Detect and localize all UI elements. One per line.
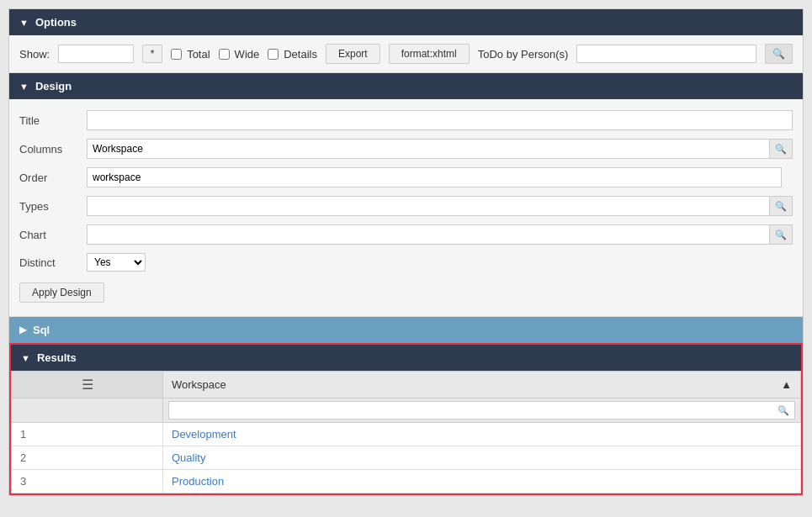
chart-input[interactable] [87,224,770,245]
chart-row: Chart 🔍 [9,220,803,249]
columns-search-icon[interactable]: 🔍 [770,139,793,159]
types-search-icon[interactable]: 🔍 [770,196,793,216]
design-body: Title Columns 🔍 Order Types 🔍 [9,99,803,317]
workspace-search-wrapper: 🔍 [168,401,795,419]
chart-label: Chart [19,229,87,241]
results-header-row: ☰ Workspace ▲ [12,372,801,398]
distinct-row: Distinct Yes No [9,249,803,276]
sql-header-label: Sql [33,324,50,336]
format-button[interactable]: format:xhtml [389,44,470,64]
columns-field-wrapper: 🔍 [87,139,793,159]
apply-design-button[interactable]: Apply Design [19,282,104,303]
results-tbody: 1Development2Quality3Production [12,423,801,493]
columns-label: Columns [19,143,87,156]
results-section-header[interactable]: ▼ Results [11,345,801,371]
workspace-cell[interactable]: Production [163,470,801,493]
types-row: Types 🔍 [9,192,803,220]
wide-label: Wide [235,48,260,61]
order-label: Order [19,171,87,184]
todo-label: ToDo by Person(s) [478,48,569,61]
types-input[interactable] [87,196,770,216]
order-input[interactable] [87,167,782,187]
table-row: 3Production [12,470,801,493]
sort-asc-icon: ▲ [781,378,792,391]
options-chevron-icon: ▼ [19,18,29,28]
types-field-wrapper: 🔍 [87,196,793,216]
total-checkbox[interactable] [171,49,182,60]
workspace-cell[interactable]: Development [163,423,801,446]
apply-design-row: Apply Design [9,276,803,309]
export-button[interactable]: Export [326,44,380,64]
workspace-header-label: Workspace [172,378,226,391]
wide-checkbox-group: Wide [219,48,260,61]
title-input[interactable] [87,110,793,130]
menu-icon: ☰ [82,377,93,392]
total-checkbox-group: Total [171,48,210,61]
options-body: Show: * Total Wide Details Export format… [9,35,803,73]
distinct-select[interactable]: Yes No [87,253,146,272]
details-label: Details [284,48,317,61]
total-label: Total [187,48,210,61]
workspace-cell[interactable]: Quality [163,446,801,470]
main-container: ▼ Options Show: * Total Wide Details Exp… [8,8,804,496]
results-body: ☰ Workspace ▲ [11,371,801,493]
workspace-search-row: 🔍 [12,398,801,423]
col-menu-header: ☰ [12,372,163,398]
design-chevron-icon: ▼ [19,82,29,92]
row-number: 1 [12,423,163,446]
sql-chevron-icon: ▶ [19,324,26,335]
results-chevron-icon: ▼ [21,353,30,363]
sql-section-header[interactable]: ▶ Sql [9,317,803,343]
distinct-label: Distinct [19,256,87,269]
columns-row: Columns 🔍 [9,135,803,163]
todo-input[interactable] [576,45,756,63]
results-header-label: Results [37,351,77,364]
row-number: 3 [12,470,163,493]
workspace-search-input[interactable] [169,402,772,419]
order-row: Order [9,163,803,192]
workspace-search-cell: 🔍 [163,398,801,423]
design-section-header[interactable]: ▼ Design [9,73,803,99]
columns-input[interactable] [87,139,770,159]
details-checkbox[interactable] [268,49,279,60]
options-header-label: Options [35,16,77,29]
types-label: Types [19,200,87,213]
title-row: Title [9,106,803,135]
design-header-label: Design [35,80,72,92]
options-search-icon: 🔍 [772,48,785,60]
chart-search-icon[interactable]: 🔍 [770,224,793,245]
workspace-header-content: Workspace ▲ [172,378,792,391]
workspace-search-icon[interactable]: 🔍 [772,403,794,419]
options-search-button[interactable]: 🔍 [765,44,793,64]
results-section: ▼ Results ☰ Workspace ▲ [9,343,803,495]
chart-field-wrapper: 🔍 [87,224,793,245]
wide-checkbox[interactable] [219,49,230,60]
workspace-column-header[interactable]: Workspace ▲ [163,372,801,398]
title-label: Title [19,114,87,127]
order-field-wrapper [87,167,793,187]
star-button[interactable]: * [142,45,162,63]
table-row: 2Quality [12,446,801,470]
show-label: Show: [19,48,50,61]
search-row-empty-cell [12,398,163,423]
table-row: 1Development [12,423,801,446]
details-checkbox-group: Details [268,48,317,61]
options-section-header[interactable]: ▼ Options [9,9,803,35]
results-table: ☰ Workspace ▲ [11,371,801,493]
row-number: 2 [12,446,163,470]
show-input[interactable] [58,45,134,63]
